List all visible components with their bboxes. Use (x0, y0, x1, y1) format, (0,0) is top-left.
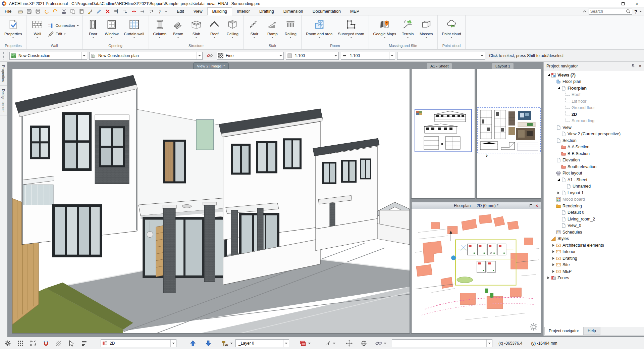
pan-arrow-icon[interactable]: › (485, 151, 488, 159)
expander-closed-icon[interactable] (552, 244, 554, 247)
search-box[interactable] (589, 8, 632, 15)
expander-closed-icon[interactable] (552, 263, 554, 266)
status-input-combo[interactable] (392, 339, 492, 347)
floorplan-canvas[interactable] (412, 209, 541, 333)
close-button[interactable]: × (630, 0, 644, 7)
menu-drafting[interactable]: Drafting (255, 7, 279, 15)
format-brush-icon[interactable] (86, 8, 95, 15)
delete-measure-icon[interactable] (129, 8, 138, 15)
raster-icon[interactable] (54, 339, 64, 348)
build3d-dropdown-icon[interactable] (230, 343, 233, 344)
tree-item-schedules[interactable]: Schedules (544, 229, 644, 236)
sheet-a1-canvas[interactable] (411, 69, 475, 199)
dropdown-icon[interactable] (231, 37, 233, 38)
wall-button[interactable]: Wall (29, 17, 46, 43)
tree-item-view-2-current-perspective-[interactable]: View 2 (Current perspective) (544, 131, 644, 138)
tree-item-ground-floor[interactable]: Ground floor (544, 105, 644, 111)
itemlist-icon[interactable] (79, 339, 89, 348)
dropdown-icon[interactable] (111, 37, 113, 38)
expander-open-icon[interactable] (557, 179, 560, 181)
tree-item-interior[interactable]: Interior (544, 249, 644, 255)
chain2-dropdown-icon[interactable] (384, 343, 386, 344)
plan-style-combo[interactable]: New Construction plan (89, 52, 203, 60)
sheet-a1-tab[interactable]: A1 - Sheet (427, 62, 452, 69)
expander-closed-icon[interactable] (557, 192, 559, 194)
tree-item-default-0[interactable]: Default 0 (544, 209, 644, 216)
dropdown-icon[interactable] (159, 37, 161, 38)
delete-icon[interactable] (103, 8, 112, 15)
dropdown-icon[interactable] (271, 37, 273, 38)
view-mode-combo[interactable]: 2D (101, 339, 176, 347)
window-button[interactable]: Window (103, 17, 121, 43)
surveyed-room-button[interactable]: Surveyed room (336, 17, 367, 43)
dropdown-icon[interactable] (81, 52, 87, 59)
side-tab-properties[interactable]: Properties (0, 62, 7, 86)
dropdown-icon[interactable] (450, 37, 452, 38)
expander-closed-icon[interactable] (547, 277, 549, 279)
tree-item-views-7-[interactable]: Views (7) (544, 72, 644, 79)
dropdown-icon[interactable] (283, 340, 289, 347)
save-icon[interactable] (25, 8, 34, 15)
tree-item-floorplan[interactable]: Floorplan (544, 85, 644, 92)
dropdown-icon[interactable] (318, 37, 320, 38)
toolbar-grip[interactable] (0, 50, 7, 62)
floorplan-titlebar[interactable]: Floorplan - - 2D (0 mm) * × (412, 202, 541, 209)
help-dropdown-icon[interactable] (639, 11, 642, 12)
expander-open-icon[interactable] (547, 74, 550, 76)
endpoint-icon[interactable] (138, 8, 147, 15)
tree-item-south-elevation[interactable]: South elevation (544, 163, 644, 170)
open-icon[interactable] (16, 8, 25, 15)
masses-button[interactable]: Masses (417, 17, 435, 43)
menu-dimension[interactable]: Dimension (279, 7, 308, 15)
menu-mep[interactable]: MEP (345, 7, 364, 15)
dropdown-icon[interactable] (133, 37, 135, 38)
terrain-button[interactable]: Terrain (399, 17, 417, 43)
column-button[interactable]: Column (151, 17, 169, 43)
collapse-ribbon-icon[interactable] (583, 9, 587, 13)
stair-button[interactable]: Stair (246, 17, 263, 43)
pin-icon[interactable] (631, 64, 635, 68)
navigator-close-icon[interactable]: × (639, 63, 641, 68)
grid-icon[interactable] (15, 339, 25, 348)
tree-item-floor-plan[interactable]: Floor plan (544, 79, 644, 85)
properties-button[interactable]: Properties (2, 17, 24, 43)
layout1-canvas[interactable]: › (476, 69, 541, 199)
layers-icon[interactable] (298, 339, 308, 348)
view3d-tab[interactable]: View 2 [Image] * (193, 62, 229, 69)
dropdown-icon[interactable] (289, 37, 291, 38)
connection-button[interactable]: Connection (48, 23, 78, 29)
floorplan-gear-icon[interactable] (529, 322, 538, 331)
tree-item-rendering[interactable]: Rendering (544, 203, 644, 209)
dropdown-icon[interactable] (197, 52, 202, 59)
cut-icon[interactable] (60, 8, 68, 15)
search-icon[interactable] (626, 9, 631, 14)
layer-combo[interactable]: _Layer 0 (235, 339, 289, 347)
menu-documentation[interactable]: Documentation (308, 7, 345, 15)
menu-view[interactable]: View (189, 7, 207, 15)
menu-interior[interactable]: Interior (232, 7, 255, 15)
dropdown-icon[interactable] (253, 37, 255, 38)
dropdown-icon[interactable] (77, 25, 79, 26)
menu-edit[interactable]: Edit (172, 7, 189, 15)
frame-icon[interactable] (28, 339, 38, 348)
tree-item-2d[interactable]: 2D (544, 111, 644, 118)
build3d-icon[interactable]: 3D (220, 339, 230, 348)
dropdown-icon[interactable] (350, 37, 352, 38)
expander-open-icon[interactable] (557, 87, 560, 89)
tree-item-architectural-elements[interactable]: Architectural elements (544, 242, 644, 249)
layout1-tab[interactable]: Layout 1 (492, 62, 514, 69)
dropdown-icon[interactable] (486, 340, 492, 347)
roof-button[interactable]: Roof (206, 17, 223, 43)
corner-icon[interactable] (147, 8, 156, 15)
tree-item-layout-1[interactable]: Layout 1 (544, 190, 644, 196)
line-scale-combo[interactable]: 1:100 (341, 52, 395, 60)
point-cloud-button[interactable]: Point cloud (440, 17, 464, 43)
dropdown-icon[interactable] (213, 37, 215, 38)
print-scale-combo[interactable]: 1:100 (286, 52, 339, 60)
print-icon[interactable] (34, 8, 42, 15)
door-button[interactable]: Door (85, 17, 102, 43)
layers-dropdown-icon[interactable] (308, 343, 311, 344)
dropdown-icon[interactable] (384, 37, 386, 38)
tree-item-zones[interactable]: Zones (544, 275, 644, 282)
tree-item-section[interactable]: Section (544, 137, 644, 144)
